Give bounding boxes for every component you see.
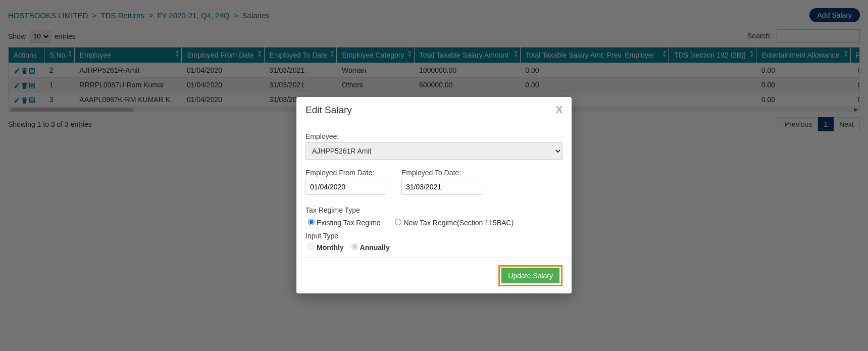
tax-regime-label: Tax Regime Type bbox=[305, 206, 563, 214]
input-monthly-radio[interactable] bbox=[308, 243, 315, 250]
update-salary-highlight: Update Salary bbox=[498, 265, 563, 286]
modal-overlay: Edit Salary X Employee: AJHPP5261R Amit … bbox=[0, 0, 868, 351]
update-salary-button[interactable]: Update Salary bbox=[501, 268, 559, 283]
from-date-label: Employed From Date: bbox=[305, 169, 386, 177]
edit-salary-modal: Edit Salary X Employee: AJHPP5261R Amit … bbox=[296, 97, 572, 293]
input-type-label: Input Type bbox=[305, 232, 563, 240]
modal-title: Edit Salary bbox=[305, 105, 352, 116]
regime-existing-option[interactable]: Existing Tax Regime bbox=[305, 219, 381, 227]
employee-label: Employee: bbox=[305, 132, 563, 140]
regime-existing-radio[interactable] bbox=[308, 219, 315, 225]
employee-select[interactable]: AJHPP5261R Amit bbox=[305, 142, 563, 160]
from-date-input[interactable] bbox=[305, 179, 386, 195]
to-date-label: Employed To Date: bbox=[401, 169, 482, 177]
input-annually-option[interactable]: Annually bbox=[349, 243, 390, 252]
close-icon[interactable]: X bbox=[556, 104, 563, 116]
regime-new-radio[interactable] bbox=[395, 219, 401, 225]
input-monthly-option[interactable]: Monthly bbox=[305, 243, 344, 252]
to-date-input[interactable] bbox=[401, 179, 482, 195]
input-annually-radio[interactable] bbox=[351, 243, 358, 250]
regime-new-option[interactable]: New Tax Regime(Section 115BAC) bbox=[392, 219, 514, 227]
